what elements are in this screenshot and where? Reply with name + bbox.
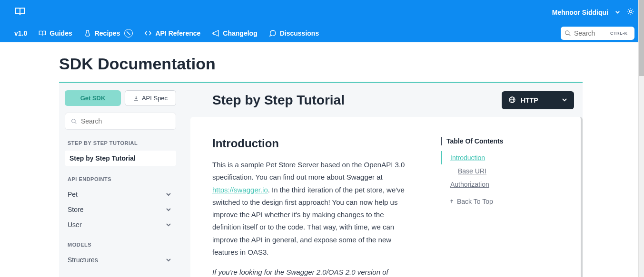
theme-toggle-icon[interactable]	[627, 8, 634, 17]
version-label[interactable]: v1.0	[14, 29, 27, 37]
globe-icon	[508, 96, 516, 105]
page-title: SDK Documentation	[59, 42, 644, 82]
nav-guides-label: Guides	[50, 29, 72, 37]
nav-changelog[interactable]: Changelog	[212, 29, 257, 37]
nav-changelog-label: Changelog	[223, 29, 257, 37]
back-to-top[interactable]: Back To Top	[441, 191, 521, 205]
table-of-contents: Table Of Contents Introduction Base URI …	[441, 137, 521, 277]
svg-line-3	[628, 9, 629, 10]
search-hint: CTRL-K	[610, 31, 628, 36]
nav-discussions-label: Discussions	[280, 29, 319, 37]
toc-item-introduction[interactable]: Introduction	[441, 151, 521, 164]
sidebar-buttons: Get SDK API Spec	[65, 90, 176, 106]
toc-title: Table Of Contents	[446, 137, 504, 145]
api-spec-label: API Spec	[142, 95, 168, 102]
sidebar-item-structures[interactable]: Structures	[65, 252, 176, 267]
swagger-link[interactable]: https://swagger.io	[212, 186, 268, 194]
http-dropdown-label: HTTP	[521, 96, 538, 104]
user-name[interactable]: Mehnoor Siddiqui	[552, 9, 608, 16]
nav-left: v1.0 Guides Recipes API Reference Change…	[14, 29, 319, 38]
chevron-down-icon	[562, 96, 567, 104]
sidebar-item-store[interactable]: Store	[65, 202, 176, 217]
svg-line-10	[127, 31, 131, 35]
topbar: Mehnoor Siddiqui	[0, 0, 644, 24]
intro-heading: Introduction	[212, 137, 412, 150]
user-menu-chevron-icon[interactable]	[615, 8, 620, 17]
toc-item-authorization[interactable]: Authorization	[441, 178, 521, 191]
intro-paragraph-2: If you're looking for the Swagger 2.0/OA…	[212, 266, 412, 277]
logo-icon[interactable]	[14, 6, 26, 19]
svg-line-4	[633, 13, 633, 13]
navbar: v1.0 Guides Recipes API Reference Change…	[0, 24, 644, 42]
sidebar-search[interactable]	[65, 113, 176, 130]
svg-line-12	[569, 34, 571, 36]
topbar-left	[14, 6, 26, 19]
content-header: Step by Step Tutorial HTTP	[190, 91, 583, 117]
sidebar-search-input[interactable]	[81, 117, 170, 125]
http-dropdown[interactable]: HTTP	[502, 91, 574, 109]
svg-point-11	[565, 31, 569, 35]
recipes-badge-icon	[124, 29, 133, 38]
sidebar-item-label: Pet	[68, 191, 78, 198]
svg-line-14	[75, 122, 76, 124]
back-to-top-label: Back To Top	[457, 198, 493, 205]
sidebar: Get SDK API Spec STEP BY STEP TUTORIAL S…	[59, 83, 182, 277]
article: Introduction This is a sample Pet Store …	[212, 137, 412, 277]
sidebar-section-title: MODELS	[65, 242, 176, 252]
content-column: Step by Step Tutorial HTTP Introduction …	[182, 83, 583, 277]
sidebar-item-label: Structures	[68, 256, 98, 264]
api-spec-button[interactable]: API Spec	[125, 90, 176, 106]
svg-point-0	[629, 10, 632, 12]
global-search[interactable]: CTRL-K	[561, 27, 634, 40]
sidebar-section-title: API ENDPOINTS	[65, 176, 176, 187]
sidebar-item-label: Store	[68, 206, 83, 213]
content-body: Introduction This is a sample Pet Store …	[190, 117, 583, 277]
topbar-right: Mehnoor Siddiqui	[552, 8, 634, 17]
svg-line-8	[633, 9, 633, 10]
nav-recipes-label: Recipes	[95, 29, 120, 37]
get-sdk-button[interactable]: Get SDK	[65, 90, 121, 106]
global-search-input[interactable]	[574, 29, 607, 37]
svg-point-13	[72, 119, 76, 123]
content-wrap: Get SDK API Spec STEP BY STEP TUTORIAL S…	[59, 83, 583, 277]
scrollbar-thumb[interactable]	[639, 0, 644, 76]
sidebar-item-label: User	[68, 221, 82, 229]
toc-title-wrap: Table Of Contents	[441, 137, 521, 145]
sidebar-item-user[interactable]: User	[65, 217, 176, 232]
nav-api-reference[interactable]: API Reference	[144, 29, 200, 37]
intro-paragraph-1: This is a sample Pet Store Server based …	[212, 159, 412, 258]
sidebar-item-tutorial[interactable]: Step by Step Tutorial	[65, 151, 176, 166]
nav-discussions[interactable]: Discussions	[269, 29, 319, 37]
nav-guides[interactable]: Guides	[39, 29, 72, 37]
nav-recipes[interactable]: Recipes	[84, 29, 133, 38]
nav-api-reference-label: API Reference	[155, 29, 200, 37]
content-title: Step by Step Tutorial	[212, 93, 345, 108]
sidebar-section-title: STEP BY STEP TUTORIAL	[65, 140, 176, 151]
toc-item-base-uri[interactable]: Base URI	[441, 164, 521, 178]
sidebar-item-pet[interactable]: Pet	[65, 187, 176, 202]
svg-line-7	[628, 13, 629, 13]
scrollbar[interactable]	[638, 0, 644, 277]
